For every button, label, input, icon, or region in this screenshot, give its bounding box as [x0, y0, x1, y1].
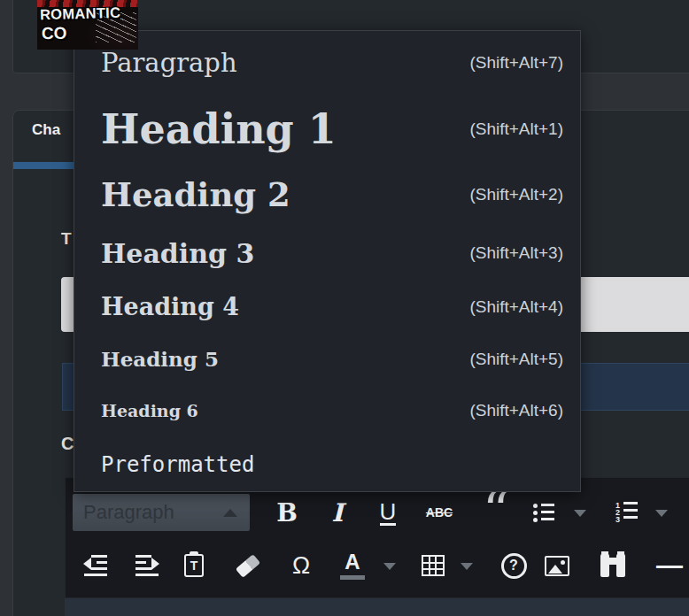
menu-item-heading-4[interactable]: Heading 4 (Shift+Alt+4): [74, 281, 580, 333]
editor-content-area[interactable]: [65, 598, 689, 616]
shortcut-hint: (Shift+Alt+6): [469, 401, 563, 420]
tab-chapter[interactable]: Cha: [32, 121, 60, 139]
content-label: C: [61, 434, 74, 454]
image-icon: [545, 556, 569, 576]
outdent-icon: [84, 555, 107, 576]
table-menu-button[interactable]: [457, 547, 476, 584]
featured-image-thumbnail[interactable]: ROMANTIC CO: [37, 0, 138, 50]
menu-item-heading-6[interactable]: Heading 6 (Shift+Alt+6): [74, 385, 580, 436]
menu-item-preformatted[interactable]: Preformatted: [74, 436, 580, 493]
find-replace-button[interactable]: [595, 547, 631, 584]
underline-button[interactable]: U: [370, 494, 406, 531]
shortcut-hint: (Shift+Alt+2): [469, 185, 563, 204]
indent-button[interactable]: [129, 547, 165, 584]
help-icon: ?: [501, 553, 527, 579]
special-character-button[interactable]: Ω: [283, 547, 319, 584]
shortcut-hint: (Shift+Alt+4): [469, 297, 563, 317]
toolbar-row-2: T Ω A ?: [66, 547, 689, 584]
table-button[interactable]: [415, 547, 451, 584]
shortcut-hint: (Shift+Alt+5): [469, 350, 563, 369]
strikethrough-button[interactable]: ABC: [418, 494, 461, 531]
format-dropdown-value: Paragraph: [83, 501, 174, 524]
cover-title-line-1: ROMANTIC: [40, 4, 121, 23]
indent-icon: [135, 555, 159, 576]
page: Cha T C Paragraph B I U ABC “: [0, 0, 689, 616]
bullet-list-button[interactable]: [526, 494, 561, 531]
text-color-swatch: [340, 575, 365, 580]
outdent-button[interactable]: [78, 547, 113, 584]
underline-icon: U: [380, 500, 397, 526]
bullet-list-menu-button[interactable]: [570, 494, 590, 531]
format-dropdown-button[interactable]: Paragraph: [73, 494, 250, 531]
blockquote-icon: “: [483, 511, 510, 527]
insert-image-button[interactable]: [539, 547, 575, 584]
paste-as-text-icon: T: [184, 554, 204, 577]
format-menu: Paragraph (Shift+Alt+7) Heading 1 (Shift…: [74, 30, 581, 492]
cover-title-line-2: CO: [42, 24, 67, 43]
table-icon: [422, 555, 445, 576]
toolbar-row-1: Paragraph B I U ABC “: [66, 494, 689, 531]
text-color-icon: A: [344, 551, 360, 573]
blockquote-button[interactable]: “: [476, 494, 515, 531]
paste-as-text-button[interactable]: T: [176, 547, 212, 584]
italic-button[interactable]: I: [320, 494, 355, 531]
chevron-down-icon: [574, 510, 586, 517]
help-button[interactable]: ?: [496, 547, 531, 584]
chevron-up-icon: [223, 509, 237, 517]
bold-button[interactable]: B: [269, 494, 305, 531]
numbered-list-button[interactable]: 1 2 3: [608, 494, 646, 531]
clear-formatting-button[interactable]: [230, 547, 266, 584]
title-label: T: [61, 229, 72, 249]
horizontal-rule-button[interactable]: —: [651, 547, 686, 584]
menu-item-heading-5[interactable]: Heading 5 (Shift+Alt+5): [74, 333, 580, 385]
shortcut-hint: (Shift+Alt+1): [469, 119, 563, 139]
chevron-down-icon: [461, 563, 473, 570]
numbered-list-icon: 1 2 3: [615, 502, 639, 523]
text-color-menu-button[interactable]: [380, 547, 399, 584]
menu-item-heading-3[interactable]: Heading 3 (Shift+Alt+3): [74, 226, 580, 281]
menu-item-heading-2[interactable]: Heading 2 (Shift+Alt+2): [74, 164, 580, 226]
menu-item-heading-1[interactable]: Heading 1 (Shift+Alt+1): [74, 95, 580, 164]
chevron-down-icon: [383, 563, 396, 570]
numbered-list-menu-button[interactable]: [652, 494, 671, 531]
chevron-down-icon: [655, 510, 668, 517]
shortcut-hint: (Shift+Alt+3): [469, 243, 563, 263]
bullet-list-icon: [533, 503, 554, 522]
text-color-button[interactable]: A: [335, 547, 370, 584]
binoculars-icon: [600, 554, 625, 577]
shortcut-hint: (Shift+Alt+7): [469, 53, 563, 73]
eraser-icon: [236, 554, 260, 578]
editor-toolbar: Paragraph B I U ABC “: [65, 477, 689, 598]
menu-item-paragraph[interactable]: Paragraph (Shift+Alt+7): [74, 31, 580, 95]
